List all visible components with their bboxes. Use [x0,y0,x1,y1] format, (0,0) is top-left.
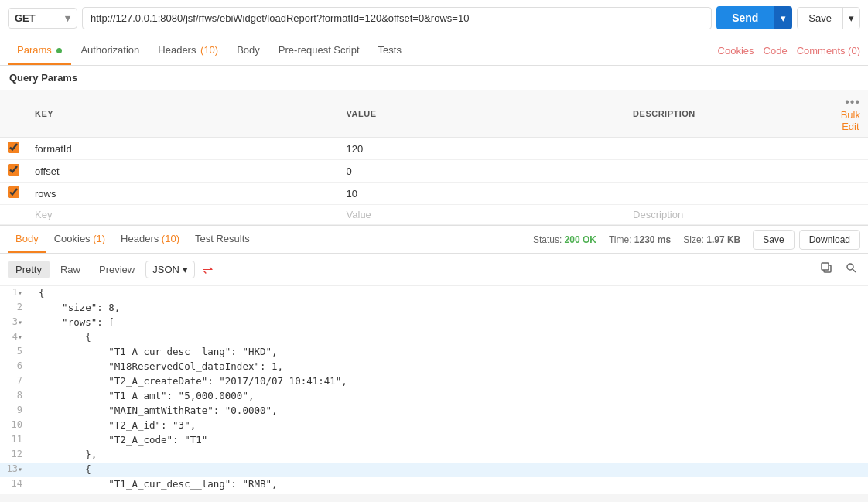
resp-tab-cookies-label: Cookies (1) [54,233,105,244]
save-dropdown-button[interactable]: ▾ [842,8,859,29]
placeholder-value[interactable]: Value [347,209,371,220]
code-line: 15 "M18ReservedCol_dataIndex": 2, [0,492,868,494]
row-checkbox[interactable] [8,142,19,153]
tab-params[interactable]: Params [8,36,71,65]
code-line: 8 "T1_A_amt": "5,000.0000", [0,389,868,404]
row-checkbox[interactable] [8,186,19,198]
tab-authorization[interactable]: Authorization [71,36,149,65]
code-line: 13▾ { [0,463,868,477]
line-content: "T1_A_amt": "5,000.0000", [29,389,254,404]
size-value: 1.97 KB [706,234,740,245]
fold-arrow-icon[interactable]: ▾ [18,333,22,341]
line-number: 5 [0,345,29,360]
code-line: 4▾ { [0,330,868,345]
line-content: "T2_A_id": "3", [29,418,196,433]
placeholder-key[interactable]: Key [35,209,52,220]
send-dropdown-button[interactable]: ▾ [774,6,792,29]
resp-tab-body-label: Body [15,233,39,244]
line-number: 15 [0,492,29,494]
fold-arrow-icon[interactable]: ▾ [18,465,22,473]
method-select[interactable]: GET ▾ [8,8,77,29]
code-line: 12 }, [0,448,868,463]
table-row: rows 10 [0,183,868,205]
line-number: 12 [0,448,29,463]
resp-tab-body[interactable]: Body [8,226,46,253]
bulk-edit-button[interactable]: Bulk Edit [841,109,860,132]
row-checkbox[interactable] [8,164,19,176]
line-number: 3▾ [0,316,29,330]
tab-tests[interactable]: Tests [369,36,411,65]
cookies-link[interactable]: Cookies [718,45,754,56]
col-actions: ••• Bulk Edit [833,90,868,138]
line-content: "rows": [ [29,316,114,330]
code-link[interactable]: Code [764,45,788,56]
code-area: 1▾{2 "size": 8,3▾ "rows": [4▾ {5 "T1_A_c… [0,285,868,494]
fold-arrow-icon[interactable]: ▾ [18,289,22,297]
resp-tab-headers[interactable]: Headers (10) [113,226,187,253]
wrap-icon[interactable]: ⇌ [203,262,213,277]
col-description: DESCRIPTION [625,90,833,138]
url-input[interactable] [82,7,712,29]
line-number: 2 [0,301,29,316]
more-options-button[interactable]: ••• [845,95,860,109]
row-key: rows [35,188,56,200]
tab-headers[interactable]: Headers (10) [149,36,227,65]
preview-button[interactable]: Preview [91,261,142,278]
query-params-title: Query Params [0,66,868,90]
code-line: 7 "T2_A_createDate": "2017/10/07 10:41:4… [0,374,868,389]
search-icon[interactable] [842,258,860,280]
code-line: 1▾{ [0,286,868,301]
comments-link[interactable]: Comments (0) [797,45,860,56]
line-content: { [29,463,91,477]
table-row: formatId 120 [0,138,868,160]
response-download-button[interactable]: Download [799,230,860,250]
response-actions: Save Download [753,230,860,250]
line-content: "M18ReservedCol_dataIndex": 2, [29,492,283,494]
row-value: 0 [347,166,352,177]
tab-tests-label: Tests [378,44,402,56]
query-params-section: Query Params KEY VALUE DESCRIPTION ••• B… [0,66,868,226]
line-content: "T2_A_code": "T1" [29,433,207,448]
tab-body[interactable]: Body [227,36,269,65]
save-button-group: Save ▾ [797,7,860,29]
line-number: 10 [0,418,29,433]
line-number: 13▾ [0,463,29,477]
row-key: offset [35,166,60,177]
line-number: 7 [0,374,29,389]
tab-pre-request-script[interactable]: Pre-request Script [269,36,369,65]
code-line: 2 "size": 8, [0,301,868,316]
placeholder-description[interactable]: Description [633,209,683,220]
row-value: 10 [347,188,357,200]
line-content: }, [29,448,97,463]
fold-arrow-icon[interactable]: ▾ [18,318,22,326]
send-button[interactable]: Send [716,6,774,29]
code-line: 11 "T2_A_code": "T1" [0,433,868,448]
tab-params-label: Params [17,44,52,56]
resp-tab-cookies[interactable]: Cookies (1) [46,226,113,253]
line-content: "T1_A_cur_desc__lang": "RMB", [29,477,278,492]
col-value: VALUE [339,90,626,138]
table-row: offset 0 [0,160,868,183]
status-value: 200 OK [565,234,596,245]
tab-authorization-label: Authorization [80,44,139,56]
tab-pre-request-label: Pre-request Script [279,44,360,56]
raw-button[interactable]: Raw [53,261,88,278]
code-line: 10 "T2_A_id": "3", [0,418,868,433]
line-content: "MAIN_amtWithRate": "0.0000", [29,404,278,418]
code-line: 14 "T1_A_cur_desc__lang": "RMB", [0,477,868,492]
format-select[interactable]: JSON ▾ [145,261,195,278]
top-bar: GET ▾ Send ▾ Save ▾ [0,0,868,36]
resp-tab-test-results[interactable]: Test Results [187,226,258,253]
tab-headers-label: Headers (10) [158,44,218,56]
copy-icon[interactable] [817,258,836,280]
line-number: 4▾ [0,330,29,345]
save-button[interactable]: Save [798,8,842,29]
params-table: KEY VALUE DESCRIPTION ••• Bulk Edit form… [0,90,868,225]
line-content: { [29,286,45,301]
tab-body-label: Body [237,44,260,56]
row-key: formatId [35,143,72,155]
response-save-button[interactable]: Save [753,230,794,250]
format-label: JSON [152,264,179,275]
code-line: 3▾ "rows": [ [0,316,868,330]
pretty-button[interactable]: Pretty [8,261,50,278]
